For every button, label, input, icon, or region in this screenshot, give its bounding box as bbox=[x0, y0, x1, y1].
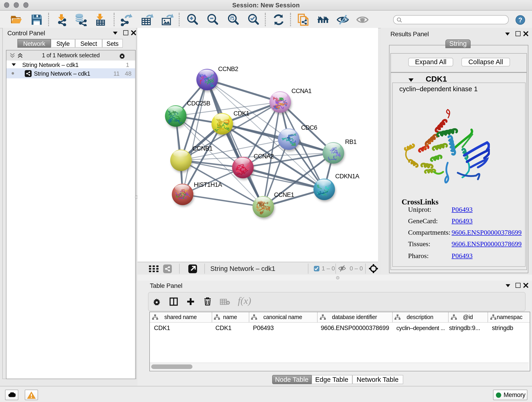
svg-text:CCNE1: CCNE1 bbox=[274, 191, 294, 198]
svg-text:?: ? bbox=[518, 16, 522, 24]
svg-text:CCNB1: CCNB1 bbox=[192, 145, 213, 152]
svg-text:CCNB2: CCNB2 bbox=[218, 65, 238, 72]
svg-text:CCNA2: CCNA2 bbox=[254, 153, 274, 160]
svg-text:CDKN1A: CDKN1A bbox=[335, 173, 360, 180]
svg-text:CDC6: CDC6 bbox=[301, 124, 317, 131]
svg-text:CCNA1: CCNA1 bbox=[291, 88, 312, 95]
svg-text:RB1: RB1 bbox=[345, 138, 356, 145]
svg-text:CDK1: CDK1 bbox=[234, 110, 249, 117]
svg-text:CDC25B: CDC25B bbox=[187, 100, 210, 107]
svg-text:HIST1H1A: HIST1H1A bbox=[194, 181, 222, 188]
